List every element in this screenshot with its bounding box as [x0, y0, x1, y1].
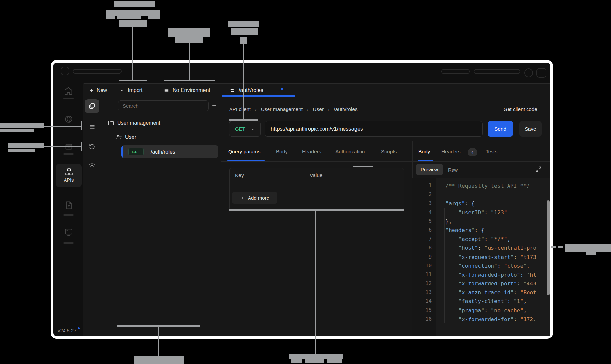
- redacted-annotation: [0, 129, 34, 132]
- chevron-right-icon: ›: [307, 106, 308, 112]
- search-input[interactable]: [118, 100, 209, 111]
- code-line: 3"args": {: [412, 199, 550, 208]
- add-more-label: Add more: [248, 195, 269, 201]
- rail-divider: [102, 97, 102, 336]
- save-button[interactable]: Save: [519, 121, 542, 136]
- nav-label-skeleton: [63, 98, 74, 99]
- redacted-annotation: [119, 20, 147, 27]
- raw-toggle[interactable]: Raw: [448, 167, 458, 173]
- plus-icon: [89, 88, 94, 93]
- globe-icon[interactable]: [64, 115, 73, 124]
- response-tab-headers[interactable]: Headers: [441, 149, 461, 155]
- home-icon[interactable]: [63, 86, 74, 96]
- sidebar-item-apis[interactable]: APIs: [56, 164, 82, 187]
- chevron-down-icon: [251, 127, 255, 131]
- sessions-monitor-icon[interactable]: [64, 227, 74, 237]
- new-button[interactable]: New: [89, 86, 107, 94]
- breadcrumb-item[interactable]: /auth/roles: [334, 106, 357, 112]
- tab-headers[interactable]: Headers: [302, 149, 321, 155]
- collections-icon: [88, 102, 96, 110]
- add-more-button[interactable]: Add more: [232, 192, 277, 204]
- annotation-connector: [315, 211, 316, 354]
- version-update-dot: [78, 327, 80, 329]
- redacted-annotation: [8, 143, 44, 148]
- url-input[interactable]: [265, 121, 483, 136]
- chevron-right-icon: ›: [255, 106, 256, 112]
- tab-query-params[interactable]: Query params: [228, 149, 260, 155]
- get-client-code-link[interactable]: Get client code: [472, 105, 537, 114]
- file-icon[interactable]: [65, 200, 74, 210]
- preview-toggle[interactable]: Preview: [416, 164, 443, 175]
- tree-item-folder[interactable]: User: [116, 134, 136, 141]
- redacted-annotation: [291, 359, 302, 363]
- method-badge: GET: [128, 148, 144, 155]
- expand-icon[interactable]: [535, 166, 542, 173]
- breadcrumb-item[interactable]: User management: [261, 106, 303, 112]
- redacted-annotation: [148, 16, 160, 19]
- params-value-header[interactable]: Value: [310, 173, 323, 178]
- unsaved-changes-dot: [281, 88, 283, 90]
- redacted-annotation: [106, 16, 115, 19]
- redacted-annotation: [0, 123, 44, 128]
- request-tab-auth-roles[interactable]: /auth/roles: [229, 86, 263, 95]
- chrome-pill-right: [474, 69, 520, 74]
- address-bar-skeleton[interactable]: [73, 69, 122, 74]
- swap-arrows-icon: [229, 88, 235, 93]
- environment-switcher[interactable]: No Environment: [164, 86, 210, 94]
- tree-item-request-selected[interactable]: GET /auth/roles: [121, 145, 218, 158]
- rail-item-collections[interactable]: [85, 99, 99, 113]
- folder-icon: [108, 120, 114, 126]
- folder-open-icon: [116, 134, 122, 140]
- new-label: New: [97, 87, 107, 93]
- window-control-icon[interactable]: [61, 67, 69, 75]
- send-button[interactable]: Send: [488, 121, 513, 136]
- chrome-square-button[interactable]: [536, 68, 546, 78]
- annotation-connector: [189, 43, 190, 80]
- params-header-divider: [230, 186, 404, 186]
- tab-scripts[interactable]: Scripts: [381, 149, 397, 155]
- annotation-connector: [243, 44, 244, 119]
- add-request-button[interactable]: [211, 102, 217, 109]
- chrome-circle-button[interactable]: [524, 68, 533, 77]
- redacted-annotation: [305, 359, 324, 363]
- breadcrumb: API client › User management › User › /a…: [229, 105, 358, 114]
- redacted-annotation: [595, 247, 611, 252]
- redacted-annotation: [175, 37, 203, 43]
- code-line: 12 "x-forwarded-port": "443: [412, 279, 550, 288]
- annotation-dash: [551, 246, 556, 248]
- redacted-annotation: [228, 21, 259, 27]
- tab-divider: [221, 83, 221, 97]
- rail-item-settings[interactable]: [88, 161, 96, 168]
- annotation-tick: [81, 121, 82, 130]
- code-scrollbar[interactable]: [547, 200, 550, 295]
- chrome-pill-left: [441, 69, 470, 74]
- import-button[interactable]: Import: [119, 86, 142, 94]
- response-body-viewer[interactable]: 1/** Requestly test API **/23"args": {4 …: [412, 178, 550, 336]
- rail-item-menu[interactable]: [89, 123, 96, 130]
- active-response-tab-underline: [418, 160, 433, 161]
- tab-body[interactable]: Body: [276, 149, 287, 155]
- tab-authorization[interactable]: Authorization: [335, 149, 365, 155]
- annotation-connector: [132, 27, 133, 80]
- redacted-annotation: [134, 356, 184, 364]
- response-tab-tests[interactable]: Tests: [486, 149, 497, 155]
- redacted-annotation: [117, 16, 141, 19]
- nav-label-skeleton: [63, 214, 74, 216]
- selected-accent-bar: [121, 145, 123, 158]
- breadcrumb-item[interactable]: User: [313, 106, 324, 112]
- annotation-tick: [229, 209, 404, 211]
- annotation-connector: [158, 327, 159, 356]
- tree-panel-divider: [221, 97, 221, 336]
- app-version: v24.5.27: [58, 328, 77, 333]
- method-select[interactable]: GET: [229, 121, 261, 136]
- annotation-tick: [164, 80, 215, 81]
- breadcrumb-item[interactable]: API client: [229, 106, 250, 112]
- rail-item-history[interactable]: [88, 143, 96, 150]
- code-line: 11 "x-forwarded-proto": "ht: [412, 270, 550, 279]
- tree-item-collection[interactable]: User management: [108, 119, 160, 127]
- import-label: Import: [128, 87, 142, 93]
- params-key-header[interactable]: Key: [235, 173, 244, 178]
- response-tab-body[interactable]: Body: [418, 149, 430, 155]
- code-line: 14 "fastly-client": "1",: [412, 297, 550, 306]
- folder-label: User: [125, 134, 136, 140]
